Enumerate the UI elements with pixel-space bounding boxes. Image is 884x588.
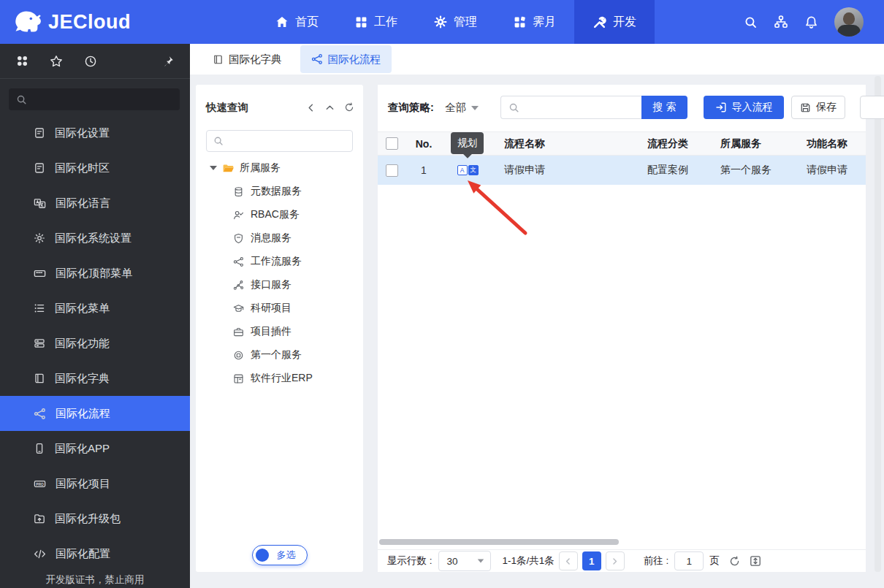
nav-label: 霁月 — [533, 15, 556, 30]
collapse-left-icon[interactable] — [306, 102, 316, 112]
pin-icon[interactable] — [162, 56, 174, 67]
sidebar-item-label: 国际化时区 — [55, 161, 110, 175]
tree-item-message-service[interactable]: 消息服务 — [196, 226, 363, 250]
tree-root-services[interactable]: 所属服务 — [196, 156, 363, 180]
sidebar-item-i18n-dictionary[interactable]: 国际化字典 — [0, 361, 190, 396]
column-owning-service: 所属服务 — [720, 132, 761, 155]
rows-per-page-select[interactable]: 30 — [438, 551, 491, 571]
tree-item-project-plugin[interactable]: 项目插件 — [196, 320, 363, 343]
target-icon — [233, 350, 244, 361]
tab-i18n-workflow[interactable]: 国际化流程 — [300, 45, 392, 73]
sidebar-item-i18n-language[interactable]: 国际化语言 — [0, 186, 190, 221]
nav-item-home[interactable]: 首页 — [257, 0, 337, 44]
sidebar-item-i18n-top-menu[interactable]: 国际化顶部菜单 — [0, 256, 190, 291]
gear-icon — [34, 232, 45, 244]
molecule-icon — [233, 280, 244, 291]
column-no: No. — [411, 132, 436, 155]
vertical-scrollbar[interactable] — [875, 76, 881, 572]
nav-item-jiyue[interactable]: 霁月 — [495, 0, 574, 44]
tree-search[interactable] — [206, 130, 353, 152]
tab-i18n-dictionary[interactable]: 国际化字典 — [202, 45, 293, 73]
multi-select-toggle[interactable]: 多选 — [252, 545, 308, 565]
tree-search-input[interactable] — [229, 135, 360, 148]
search-icon — [213, 136, 224, 146]
refresh-icon[interactable] — [344, 102, 354, 112]
panel-tools — [306, 102, 354, 112]
clock-icon[interactable] — [84, 55, 97, 68]
next-page-button[interactable] — [606, 551, 625, 570]
bell-icon[interactable] — [804, 15, 818, 29]
sidebar-item-i18n-settings[interactable]: 国际化设置 — [0, 115, 190, 150]
refresh-icon[interactable] — [729, 556, 740, 567]
table-row[interactable]: 1 A 文 请假申请 配置案例 第一个服务 请假申请 — [378, 156, 866, 185]
sidebar-search[interactable] — [9, 88, 180, 110]
sidebar-item-i18n-menu[interactable]: 国际化菜单 — [0, 291, 190, 326]
tooltip-text: 规划 — [457, 137, 477, 150]
sidebar-item-i18n-upgrade-package[interactable]: 国际化升级包 — [0, 501, 190, 536]
current-page-button[interactable]: 1 — [582, 551, 601, 570]
code-icon — [34, 548, 46, 560]
document-icon — [34, 162, 45, 174]
tree-item-label: 元数据服务 — [251, 185, 302, 198]
tree-item-software-erp[interactable]: 软件行业ERP — [196, 367, 363, 390]
user-avatar[interactable] — [834, 7, 864, 37]
goto-page-input[interactable] — [674, 551, 704, 570]
select-all-checkbox[interactable] — [386, 137, 398, 150]
nav-label: 开发 — [613, 15, 636, 30]
keyword-search[interactable] — [500, 96, 641, 119]
svg-text:PRO: PRO — [36, 482, 44, 486]
tree-item-metadata-service[interactable]: 元数据服务 — [196, 180, 363, 203]
folder-open-icon — [222, 162, 235, 175]
sidebar-search-input[interactable] — [33, 93, 172, 106]
sidebar-item-label: 国际化项目 — [56, 477, 110, 491]
clipped-toolbar-button[interactable] — [860, 96, 884, 119]
sidebar-item-label: 国际化流程 — [56, 407, 110, 421]
search-icon[interactable] — [744, 15, 758, 29]
collapse-up-icon[interactable] — [325, 102, 335, 112]
panel-footer: 多选 — [196, 544, 363, 566]
rows-per-page-value: 30 — [447, 556, 458, 567]
top-menu-icon — [34, 267, 46, 280]
service-tree: 所属服务 元数据服务 RBAC服务 消息服务 工作流服务 接口服务 — [196, 156, 363, 390]
query-strategy-label: 查询策略: — [388, 101, 434, 115]
workflow-list-panel: 查询策略: 全部 搜 索 导入流程 保存 No. 国际化 流程名称 流程分类 — [378, 85, 866, 572]
nav-item-manage[interactable]: 管理 — [416, 0, 495, 44]
sidebar-item-i18n-function[interactable]: 国际化功能 — [0, 326, 190, 361]
sidebar-item-label: 国际化设置 — [55, 126, 110, 140]
tree-item-rbac-service[interactable]: RBAC服务 — [196, 203, 363, 226]
sidebar-item-i18n-system-settings[interactable]: 国际化系统设置 — [0, 221, 190, 256]
nav-item-work[interactable]: 工作 — [337, 0, 416, 44]
horizontal-scrollbar-thumb[interactable] — [379, 539, 619, 545]
tree-item-research-project[interactable]: 科研项目 — [196, 297, 363, 320]
import-workflow-button[interactable]: 导入流程 — [704, 96, 784, 119]
keyword-search-input[interactable] — [525, 102, 656, 114]
search-icon — [508, 102, 519, 113]
nav-item-develop[interactable]: 开发 — [574, 0, 655, 44]
tree-item-api-service[interactable]: 接口服务 — [196, 273, 363, 297]
star-icon[interactable] — [50, 55, 63, 68]
tree-item-workflow-service[interactable]: 工作流服务 — [196, 250, 363, 273]
query-strategy-select[interactable]: 全部 — [445, 101, 479, 115]
search-group: 搜 索 — [500, 96, 687, 119]
sidebar-item-i18n-config[interactable]: 国际化配置 — [0, 536, 190, 571]
sidebar-item-i18n-workflow[interactable]: 国际化流程 — [0, 396, 190, 431]
search-button[interactable]: 搜 索 — [641, 96, 687, 119]
sidebar-item-i18n-timezone[interactable]: 国际化时区 — [0, 150, 190, 186]
sidebar-item-i18n-app[interactable]: 国际化APP — [0, 431, 190, 466]
sidebar-item-i18n-project[interactable]: PRO 国际化项目 — [0, 466, 190, 501]
tree-item-first-service[interactable]: 第一个服务 — [196, 343, 363, 367]
org-chart-icon[interactable] — [774, 15, 788, 29]
caret-down-icon[interactable] — [210, 166, 217, 170]
save-button[interactable]: 保存 — [791, 96, 845, 119]
shield-icon — [233, 233, 244, 244]
column-settings-icon[interactable] — [750, 555, 761, 567]
apps-grid-icon[interactable] — [16, 55, 28, 67]
tree-root-label: 所属服务 — [240, 161, 281, 175]
row-checkbox[interactable] — [386, 164, 398, 177]
brand[interactable]: JECloud — [10, 0, 131, 44]
tree-item-label: 软件行业ERP — [251, 372, 313, 385]
row-translate-action[interactable]: A 文 — [450, 156, 485, 185]
search-icon — [16, 94, 27, 105]
nav-label: 工作 — [374, 15, 397, 30]
prev-page-button[interactable] — [559, 551, 578, 570]
